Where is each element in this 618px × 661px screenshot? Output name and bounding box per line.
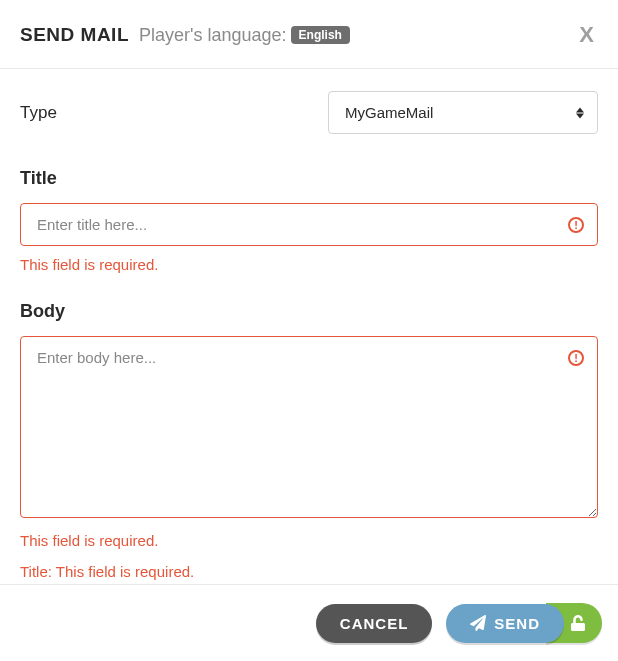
send-button[interactable]: SEND xyxy=(446,604,564,643)
unlock-icon xyxy=(570,615,586,631)
title-input-wrapper: ! xyxy=(20,203,598,246)
type-field: Type MyGameMail xyxy=(20,91,598,134)
body-label: Body xyxy=(20,301,598,322)
body-input-wrapper: ! xyxy=(20,336,598,522)
language-badge: English xyxy=(291,26,350,44)
close-button[interactable]: X xyxy=(575,22,598,48)
send-button-label: SEND xyxy=(494,615,540,632)
paper-plane-icon xyxy=(470,615,486,631)
modal-header: SEND MAIL Player's language: English X xyxy=(0,0,618,69)
body-field: Body ! This field is required. xyxy=(20,301,598,549)
send-button-group: SEND xyxy=(446,603,602,643)
summary-error: Title: This field is required. xyxy=(20,563,598,580)
modal-body: Type MyGameMail Title ! This field is re… xyxy=(0,69,618,584)
title-label: Title xyxy=(20,168,598,189)
title-input[interactable] xyxy=(20,203,598,246)
type-select-wrapper: MyGameMail xyxy=(328,91,598,134)
title-error: This field is required. xyxy=(20,256,598,273)
modal-title: SEND MAIL xyxy=(20,24,129,46)
title-field: Title ! This field is required. xyxy=(20,168,598,273)
alert-icon: ! xyxy=(568,217,584,233)
cancel-button[interactable]: CANCEL xyxy=(316,604,433,643)
type-select[interactable]: MyGameMail xyxy=(328,91,598,134)
body-textarea[interactable] xyxy=(20,336,598,518)
modal-footer: CANCEL SEND xyxy=(0,584,618,661)
send-mail-modal: SEND MAIL Player's language: English X T… xyxy=(0,0,618,661)
language-label: Player's language: xyxy=(139,25,287,46)
body-error: This field is required. xyxy=(20,532,598,549)
type-label: Type xyxy=(20,103,57,123)
alert-icon: ! xyxy=(568,350,584,366)
